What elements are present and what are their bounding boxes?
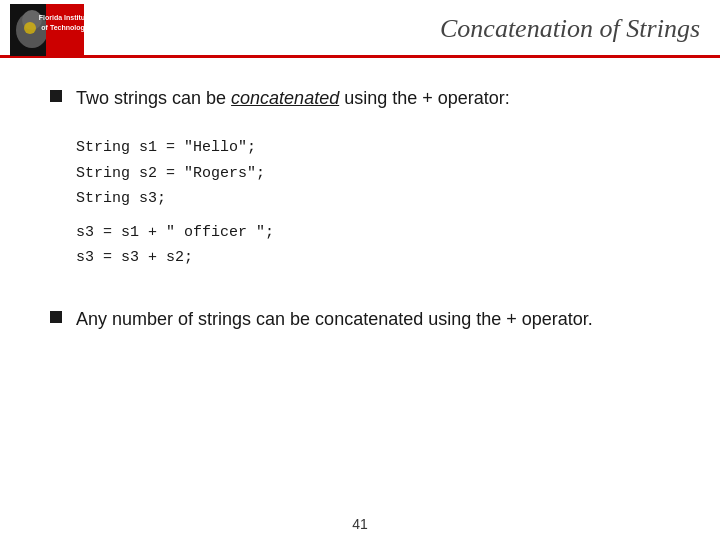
code-block: String s1 = "Hello"; String s2 = "Rogers… [76, 135, 670, 271]
code-line-1: String s1 = "Hello"; [76, 135, 670, 161]
bullet-square-1 [50, 90, 62, 102]
page-number: 41 [352, 516, 368, 532]
bullet1-after: using the + operator: [339, 88, 510, 108]
slide-title: Concatenation of Strings [440, 14, 700, 44]
header: Florida Institute of Technology Concaten… [0, 0, 720, 58]
code-line-4: s3 = s1 + " officer "; [76, 220, 670, 246]
bullet-text-1: Two strings can be concatenated using th… [76, 86, 510, 111]
bullet-item-1: Two strings can be concatenated using th… [50, 86, 670, 111]
bullet-text-2: Any number of strings can be concatenate… [76, 307, 593, 332]
footer: 41 [0, 508, 720, 540]
svg-text:Florida Institute: Florida Institute [39, 14, 84, 21]
svg-text:of Technology: of Technology [41, 24, 84, 32]
fit-logo: Florida Institute of Technology [10, 4, 84, 56]
code-line-5: s3 = s3 + s2; [76, 245, 670, 271]
code-line-2: String s2 = "Rogers"; [76, 161, 670, 187]
slide-content: Two strings can be concatenated using th… [0, 58, 720, 508]
bullet1-italic: concatenated [231, 88, 339, 108]
slide: Florida Institute of Technology Concaten… [0, 0, 720, 540]
bullet1-before: Two strings can be [76, 88, 231, 108]
code-gap-1 [76, 212, 670, 220]
bullet-item-2: Any number of strings can be concatenate… [50, 307, 670, 332]
svg-point-6 [24, 22, 36, 34]
code-line-3: String s3; [76, 186, 670, 212]
logo-area: Florida Institute of Technology [10, 4, 84, 56]
bullet-square-2 [50, 311, 62, 323]
